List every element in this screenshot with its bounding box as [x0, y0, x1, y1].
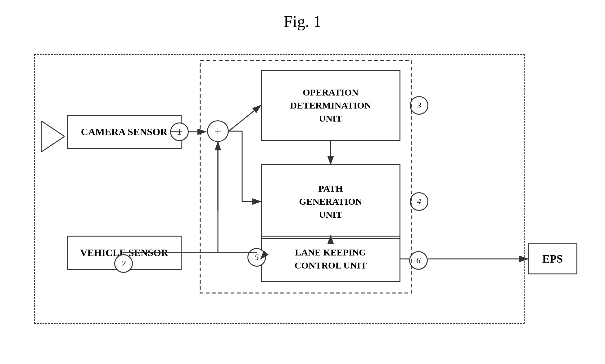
node-6: 6	[409, 251, 428, 270]
operation-determination-block: OPERATIONDETERMINATIONUNIT	[261, 70, 400, 141]
eps-label: EPS	[542, 252, 563, 265]
node-2-label: 2	[121, 259, 126, 269]
node-3-label: 3	[417, 100, 421, 110]
camera-sensor-block: CAMERA SENSOR	[67, 115, 182, 149]
node-6-label: 6	[416, 255, 421, 265]
camera-sensor-label: CAMERA SENSOR	[81, 126, 167, 138]
node-1: 1	[170, 122, 189, 141]
camera-icon	[41, 121, 65, 153]
node-3: 3	[410, 96, 428, 115]
node-1-label: 1	[177, 127, 182, 137]
figure-title: Fig. 1	[0, 12, 605, 31]
lane-keeping-block: LANE KEEPINGCONTROL UNIT	[261, 236, 400, 282]
lane-keeping-label: LANE KEEPINGCONTROL UNIT	[295, 246, 367, 272]
eps-block: EPS	[528, 243, 577, 274]
node-4: 4	[410, 192, 428, 211]
plus-symbol: +	[214, 124, 221, 138]
svg-marker-0	[41, 121, 65, 152]
node-5: 5	[247, 248, 266, 267]
summing-junction: +	[207, 120, 229, 142]
node-4-label: 4	[417, 197, 421, 206]
path-generation-block: PATHGENERATIONUNIT	[261, 164, 400, 239]
node-2: 2	[114, 254, 133, 273]
node-5-label: 5	[255, 252, 259, 262]
operation-determination-label: OPERATIONDETERMINATIONUNIT	[290, 86, 371, 125]
path-generation-label: PATHGENERATIONUNIT	[299, 182, 362, 221]
